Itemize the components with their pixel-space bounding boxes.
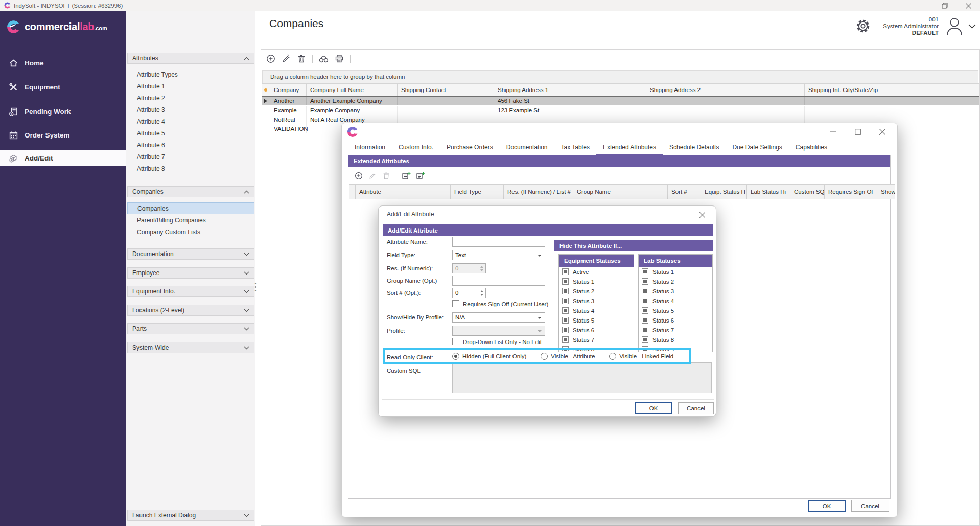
section-parts[interactable]: Parts: [127, 323, 254, 334]
column-header-requires-signoff[interactable]: Requires Sign Of: [825, 185, 877, 199]
sidebar-item-equipment[interactable]: Equipment: [0, 79, 126, 95]
dialog-ok-button[interactable]: OK: [808, 500, 846, 512]
subnav-item-attribute-5[interactable]: Attribute 5: [127, 127, 254, 139]
delete-icon[interactable]: [297, 54, 306, 63]
tab-tax-tables[interactable]: Tax Tables: [554, 142, 596, 154]
dialog-close-icon[interactable]: [875, 126, 890, 138]
sort-spinner[interactable]: 0: [452, 288, 486, 298]
status-checkbox[interactable]: [642, 346, 648, 351]
subnav-item-attribute-1[interactable]: Attribute 1: [127, 80, 254, 92]
tab-capabilities[interactable]: Capabilities: [789, 142, 834, 154]
status-checkbox[interactable]: [562, 327, 569, 333]
subnav-item-attribute-8[interactable]: Attribute 8: [127, 163, 254, 174]
tab-custom-info[interactable]: Custom Info.: [392, 142, 440, 154]
section-launch-external-dialog[interactable]: Launch External Dialog: [127, 510, 254, 521]
column-header-show[interactable]: Show: [877, 185, 895, 199]
status-option[interactable]: Status 5: [559, 315, 634, 325]
status-checkbox[interactable]: [642, 336, 648, 343]
column-header-shipping-contact[interactable]: Shipping Contact: [398, 84, 494, 96]
status-option[interactable]: Status 4: [559, 306, 634, 315]
subnav-item-attribute-3[interactable]: Attribute 3: [127, 104, 254, 116]
minimize-icon[interactable]: [909, 0, 933, 11]
restore-icon[interactable]: [933, 0, 956, 11]
column-header-attribute[interactable]: Attribute: [356, 185, 451, 199]
column-header-group-name[interactable]: Group Name: [573, 185, 668, 199]
subnav-item-attribute-types[interactable]: Attribute Types: [127, 68, 254, 80]
status-option[interactable]: Active: [559, 267, 634, 277]
column-header-shipping-address-2[interactable]: Shipping Address 2: [646, 84, 805, 96]
column-header-sort[interactable]: Sort #: [668, 185, 701, 199]
status-checkbox[interactable]: [562, 307, 569, 314]
status-option[interactable]: Status 8: [559, 345, 634, 351]
status-checkbox[interactable]: [642, 298, 648, 304]
group-by-bar[interactable]: Drag a column header here to group by th…: [262, 70, 978, 83]
sidebar-item-order-system[interactable]: Order System: [0, 127, 126, 143]
status-checkbox[interactable]: [562, 288, 569, 294]
status-option[interactable]: Status 4: [639, 296, 712, 306]
status-option[interactable]: Status 6: [559, 325, 634, 335]
status-option[interactable]: Status 6: [639, 315, 712, 325]
dialog-cancel-button[interactable]: Cancel: [851, 500, 889, 512]
modal-ok-button[interactable]: OK: [635, 402, 672, 414]
table-row[interactable]: Another Another Example Company 456 Fake…: [262, 96, 979, 105]
status-checkbox[interactable]: [642, 327, 648, 333]
tab-information[interactable]: Information: [348, 142, 392, 154]
grid-add-alt-icon[interactable]: [416, 172, 425, 180]
subnav-item-attribute-7[interactable]: Attribute 7: [127, 151, 254, 163]
column-header-company-full-name[interactable]: Company Full Name: [307, 84, 398, 96]
status-checkbox[interactable]: [642, 288, 648, 294]
dialog-maximize-icon[interactable]: [850, 126, 866, 138]
subnav-item-attribute-6[interactable]: Attribute 6: [127, 139, 254, 151]
status-checkbox[interactable]: [642, 278, 648, 285]
status-checkbox[interactable]: [562, 278, 569, 285]
status-option[interactable]: Status 3: [639, 286, 712, 296]
radio-visible-attribute[interactable]: [541, 353, 548, 360]
find-icon[interactable]: [319, 55, 329, 63]
table-row[interactable]: Example Example Company 123 Example St: [262, 106, 979, 115]
dialog-minimize-icon[interactable]: [826, 126, 841, 138]
section-system-wide[interactable]: System-Wide: [127, 342, 254, 353]
sidebar-item-add-edit[interactable]: Add/Edit: [0, 150, 126, 166]
column-header-res[interactable]: Res. (If Numeric) / List #: [504, 185, 573, 199]
status-checkbox[interactable]: [562, 346, 569, 351]
subnav-item-parent-billing-companies[interactable]: Parent/Billing Companies: [127, 214, 254, 226]
show-hide-dropdown[interactable]: N/A: [452, 312, 545, 323]
status-checkbox[interactable]: [642, 307, 648, 314]
status-option[interactable]: Status 1: [639, 267, 712, 277]
status-option[interactable]: Status 7: [559, 335, 634, 345]
section-companies[interactable]: Companies: [127, 186, 254, 197]
subnav-item-attribute-2[interactable]: Attribute 2: [127, 92, 254, 104]
column-header-company[interactable]: Company: [270, 84, 307, 96]
tab-due-date-settings[interactable]: Due Date Settings: [726, 142, 788, 154]
print-icon[interactable]: [335, 54, 344, 63]
gear-icon[interactable]: [855, 18, 871, 34]
group-name-input[interactable]: [452, 276, 545, 286]
status-option[interactable]: Status 8: [639, 335, 712, 345]
column-header-lab-status[interactable]: Lab Status Hi: [747, 185, 790, 199]
status-option[interactable]: Status 2: [639, 277, 712, 286]
column-header-shipping-address-1[interactable]: Shipping Address 1: [494, 84, 646, 96]
add-icon[interactable]: [266, 54, 275, 63]
column-header-shipping-int[interactable]: Shipping Int. City/State/Zip: [805, 84, 979, 96]
status-option[interactable]: Status 2: [559, 286, 634, 296]
tab-purchase-orders[interactable]: Purchase Orders: [440, 142, 500, 154]
avatar[interactable]: [944, 15, 965, 37]
sidebar-item-home[interactable]: Home: [0, 55, 126, 71]
subnav-item-attribute-4[interactable]: Attribute 4: [127, 116, 254, 127]
section-locations[interactable]: Locations (2-Level): [127, 305, 254, 316]
status-checkbox[interactable]: [562, 336, 569, 343]
grid-add-icon[interactable]: [402, 172, 411, 180]
modal-cancel-button[interactable]: Cancel: [678, 402, 714, 414]
add-attribute-icon[interactable]: [355, 172, 363, 180]
edit-icon[interactable]: [282, 54, 291, 63]
dropdown-only-checkbox[interactable]: [452, 338, 459, 345]
subnav-item-company-custom-lists[interactable]: Company Custom Lists: [127, 226, 254, 238]
modal-close-icon[interactable]: [696, 210, 708, 220]
status-option[interactable]: Status 5: [639, 306, 712, 315]
close-icon[interactable]: [956, 0, 980, 11]
section-equipment-info[interactable]: Equipment Info.: [127, 286, 254, 297]
tab-extended-attributes[interactable]: Extended Attributes: [596, 142, 663, 155]
column-header-custom-sql[interactable]: Custom SQ: [790, 185, 825, 199]
status-checkbox[interactable]: [642, 268, 648, 275]
column-header-field-type[interactable]: Field Type: [451, 185, 504, 199]
